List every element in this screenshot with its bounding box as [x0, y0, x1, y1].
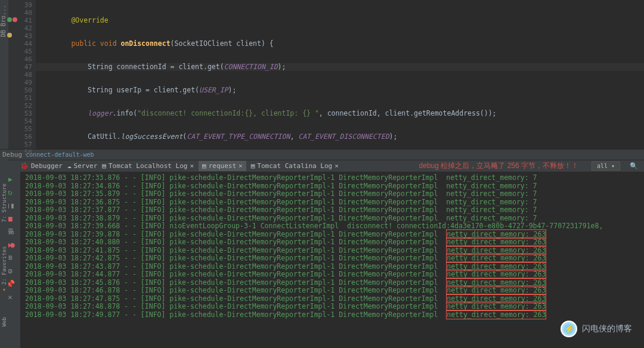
structure-tab[interactable]: 7: Structure: [1, 184, 7, 222]
log-line: 2018-09-03 18:27:42.875 - - [INFO] pike-…: [25, 254, 639, 263]
line-number: 54: [8, 117, 32, 125]
log-line: 2018-09-03 18:27:35.879 - - [INFO] pike-…: [25, 190, 639, 198]
line-number: 42: [8, 24, 32, 32]
line-number: 41: [8, 17, 32, 24]
log-line: 2018-09-03 18:27:48.878 - - [INFO] pike-…: [25, 303, 639, 311]
log-line: 2018-09-03 18:27:46.878 - - [INFO] pike-…: [25, 287, 639, 295]
watermark-text: 闪电侠的博客: [582, 324, 632, 334]
line-number: 58: [8, 148, 32, 156]
line-number: 44: [8, 40, 32, 48]
bottom-left-tool-sidebar: 7: Structure ★2: Favorites Web: [0, 160, 8, 348]
line-number: 56: [8, 133, 32, 141]
debugger-tab[interactable]: 🐞Debugger: [20, 162, 63, 170]
server-icon: ☁: [67, 162, 72, 170]
close-icon[interactable]: ×: [335, 162, 339, 170]
log-line: 2018-09-03 18:27:39.878 - - [INFO] pike-…: [25, 231, 639, 239]
close-icon[interactable]: ×: [190, 162, 194, 170]
line-number: 48: [8, 71, 32, 79]
line-number: 50: [8, 86, 32, 94]
request-tab[interactable]: ▤request×: [199, 161, 246, 171]
log-line: 2018-09-03 18:27:36.875 - - [INFO] pike-…: [25, 198, 639, 207]
line-number: 39: [8, 1, 32, 9]
line-number-gutter[interactable]: 39 40 41 42 43 44 45 46 47 48 49 50 51 5…: [8, 0, 36, 149]
line-number: 49: [8, 79, 32, 86]
log-line: 2018-09-03 18:27:40.880 - - [INFO] pike-…: [25, 238, 639, 247]
screenshot-annotation: debug 松掉之后，立马飚了 256 字节，不释放！！: [419, 161, 578, 171]
log-line: 2018-09-03 18:27:39.668 - - [INFO] nioEv…: [25, 222, 639, 231]
line-number: 52: [8, 102, 32, 110]
debug-session-bar: Debug connect-default-web: [0, 149, 644, 160]
highlighted-memory-value: netty_direct_memory: 263: [446, 310, 546, 319]
search-icon[interactable]: 🔍: [627, 162, 640, 170]
tomcat-localhost-tab[interactable]: ▤Tomcat Localhost Log×: [102, 162, 194, 170]
close-icon[interactable]: ×: [239, 162, 243, 170]
debug-config-name[interactable]: connect-default-web: [26, 151, 94, 158]
favorites-tab[interactable]: ★2: Favorites: [1, 246, 7, 293]
tomcat-catalina-tab[interactable]: ▤Tomcat Catalina Log×: [251, 162, 339, 170]
console-output[interactable]: 2018-09-03 18:27:33.876 - - [INFO] pike-…: [20, 172, 644, 348]
line-number: 47: [8, 63, 32, 71]
line-number: 55: [8, 125, 32, 133]
code-editor-pane: DB Bro... 39 40 41 42 43 44 45 46 47 48 …: [0, 0, 644, 149]
watermark: ⚡ 闪电侠的博客: [561, 321, 632, 337]
log-line: 2018-09-03 18:27:44.877 - - [INFO] pike-…: [25, 271, 639, 279]
log-line: 2018-09-03 18:27:34.876 - - [INFO] pike-…: [25, 182, 639, 191]
log-filter-dropdown[interactable]: all ▾: [592, 161, 620, 170]
log-icon: ▤: [251, 162, 255, 170]
code-content[interactable]: @Override public void onDisconnect(Socke…: [36, 0, 644, 149]
log-icon: ▤: [202, 162, 206, 170]
log-line: 2018-09-03 18:27:37.877 - - [INFO] pike-…: [25, 206, 639, 215]
line-number: 57: [8, 141, 32, 148]
web-tab[interactable]: Web: [1, 317, 7, 327]
override-icon[interactable]: [7, 17, 12, 22]
line-number: 51: [8, 94, 32, 102]
line-number: 40: [8, 9, 32, 17]
warning-icon[interactable]: [7, 33, 12, 38]
log-icon: ▤: [102, 162, 106, 170]
log-line: 2018-09-03 18:27:41.875 - - [INFO] pike-…: [25, 247, 639, 255]
log-line: 2018-09-03 18:27:38.879 - - [INFO] pike-…: [25, 215, 639, 223]
log-line: 2018-09-03 18:27:33.876 - - [INFO] pike-…: [25, 174, 639, 182]
line-number: 53: [8, 110, 32, 117]
line-number: 43: [8, 32, 32, 40]
console-pane: ▶ ↻ ▮▮ ■ 🖶 ●● ⊞ ⚙ 📌 × 2018-09-03 18:27:3…: [0, 172, 644, 348]
breakpoint-icon[interactable]: [13, 17, 17, 22]
server-tab[interactable]: ☁Server: [67, 162, 97, 170]
bug-icon: 🐞: [20, 162, 29, 170]
left-tool-sidebar[interactable]: DB Bro...: [0, 0, 8, 149]
log-line: 2018-09-03 18:27:45.876 - - [INFO] pike-…: [25, 279, 639, 287]
line-number: 45: [8, 48, 32, 55]
db-browser-tab[interactable]: DB Bro...: [0, 5, 7, 37]
line-number: 46: [8, 55, 32, 63]
debug-tabs-bar: 🐞Debugger ☁Server ▤Tomcat Localhost Log×…: [0, 160, 644, 172]
log-line: 2018-09-03 18:27:47.875 - - [INFO] pike-…: [25, 295, 639, 303]
log-line: 2018-09-03 18:27:49.877 - - [INFO] pike-…: [25, 311, 639, 319]
log-line: 2018-09-03 18:27:43.877 - - [INFO] pike-…: [25, 263, 639, 271]
wechat-avatar-icon: ⚡: [561, 321, 577, 337]
annotation: @Override: [71, 16, 108, 24]
